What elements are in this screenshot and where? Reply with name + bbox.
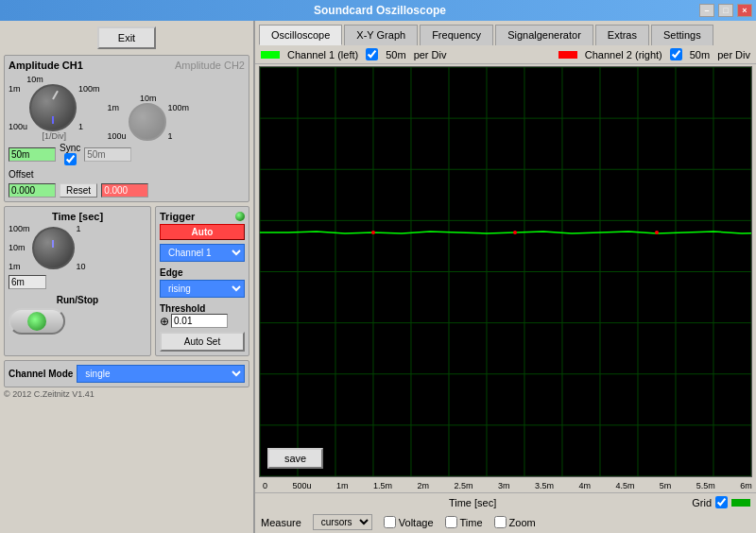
- sync-label: Sync: [60, 143, 80, 153]
- zoom-label: Zoom: [509, 517, 536, 528]
- time-input[interactable]: [9, 275, 46, 289]
- channel-mode-select[interactable]: single dual: [77, 365, 245, 383]
- window-title: Soundcard Oszilloscope: [314, 4, 446, 17]
- ch2-amplitude-knob-group: 10m 1m 100u 100m 1: [108, 94, 190, 141]
- time-tick-1.5m: 1.5m: [373, 481, 392, 490]
- time-measure-label: Time: [460, 517, 483, 528]
- svg-point-23: [371, 231, 375, 234]
- left-panel: Exit Amplitude CH1 Amplitude CH2 10m 1m …: [0, 21, 255, 533]
- ch1-amplitude-knob-group: 10m 1m 100u 100m 1: [9, 75, 100, 141]
- reset-button[interactable]: Reset: [60, 183, 97, 198]
- ch1-checkbox[interactable]: [366, 48, 378, 60]
- oscilloscope-display[interactable]: save: [259, 66, 752, 477]
- time-tick-4.5m: 4.5m: [615, 481, 634, 490]
- edge-label: Edge: [160, 267, 245, 278]
- offset-ch2-input[interactable]: [101, 183, 148, 198]
- tab-oscilloscope[interactable]: Oscilloscope: [259, 25, 342, 45]
- time-tick-5.5m: 5.5m: [696, 481, 715, 490]
- save-button[interactable]: save: [267, 448, 323, 469]
- sync-checkbox[interactable]: [64, 153, 77, 165]
- minimize-button[interactable]: –: [699, 4, 714, 17]
- measure-select[interactable]: cursors: [313, 514, 372, 530]
- amplitude-section: Amplitude CH1 Amplitude CH2 10m 1m 100u: [4, 55, 249, 202]
- right-panel: Oscilloscope X-Y Graph Frequency Signalg…: [255, 21, 756, 533]
- time-tick-5m: 5m: [660, 481, 672, 490]
- ch2-per-div-unit: per Div: [717, 49, 750, 60]
- zoom-checkbox[interactable]: [494, 516, 507, 528]
- trigger-channel-select[interactable]: Channel 1 Channel 2: [160, 244, 245, 262]
- time-right-label: 1: [77, 224, 86, 233]
- ch1-left-label: 1m: [9, 84, 27, 94]
- grid-label: Grid: [692, 497, 712, 508]
- measure-bar: Measure cursors Voltage Time Zoom: [255, 511, 756, 533]
- copyright-text: © 2012 C.Zeitnitz V1.41: [4, 389, 249, 399]
- time-top-label: 100m: [9, 224, 30, 233]
- ch2-label: Channel 2 (right): [585, 49, 662, 60]
- edge-select[interactable]: rising falling: [160, 280, 245, 298]
- run-stop-label: Run/Stop: [9, 295, 146, 305]
- grid-svg: [260, 67, 751, 476]
- time-right2-label: 10: [77, 262, 86, 271]
- ch1-amplitude-knob[interactable]: [29, 84, 77, 131]
- measure-label: Measure: [261, 517, 301, 528]
- trigger-mode-button[interactable]: Auto: [160, 224, 245, 240]
- time-axis-label: Time [sec]: [261, 497, 684, 508]
- time-tick-4m: 4m: [578, 481, 591, 490]
- offset-ch1-input[interactable]: [9, 183, 56, 198]
- ch1-top-label: 10m: [26, 75, 43, 84]
- time-checkbox[interactable]: [445, 516, 457, 528]
- trigger-title: Trigger: [160, 211, 195, 222]
- trigger-led: [235, 212, 245, 221]
- time-tick-1m: 1m: [336, 481, 349, 490]
- title-bar: Soundcard Oszilloscope – □ ×: [0, 0, 756, 21]
- ch2-left-label: 1m: [108, 103, 127, 112]
- time-tick-2m: 2m: [417, 481, 429, 490]
- div-label: [1/Div]: [43, 131, 67, 141]
- ch2-amplitude-input[interactable]: [84, 147, 131, 162]
- time-section: Time [sec] 100m 10m 1m 1 10: [4, 206, 151, 356]
- ch1-right2-label: 1: [78, 122, 100, 131]
- amplitude-ch1-label: Amplitude CH1: [9, 60, 83, 71]
- close-button[interactable]: ×: [737, 4, 752, 17]
- time-left-label: 10m: [9, 243, 30, 252]
- time-tick-500u: 500u: [292, 481, 311, 490]
- trigger-section: Trigger Auto Channel 1 Channel 2 Edge ri…: [155, 206, 249, 356]
- autoset-button[interactable]: Auto Set: [160, 332, 245, 352]
- tab-frequency[interactable]: Frequency: [420, 25, 493, 45]
- ch2-right-label: 100m: [168, 103, 190, 112]
- tab-extras[interactable]: Extras: [595, 25, 649, 45]
- time-bottom-label: 1m: [9, 262, 30, 271]
- tab-settings[interactable]: Settings: [651, 25, 713, 45]
- channel-mode-section: Channel Mode single dual: [4, 360, 249, 387]
- ch1-per-div: 50m: [386, 49, 405, 60]
- grid-color-indicator: [731, 499, 750, 507]
- ch2-amplitude-knob[interactable]: [129, 103, 166, 141]
- threshold-label: Threshold: [160, 303, 245, 314]
- time-section-title: Time [sec]: [9, 211, 146, 222]
- time-tick-0: 0: [263, 481, 267, 490]
- ch2-color-indicator: [558, 51, 577, 59]
- tab-signalgenerator[interactable]: Signalgenerator: [495, 25, 593, 45]
- threshold-input[interactable]: [171, 314, 228, 328]
- svg-point-24: [513, 231, 517, 234]
- ch1-per-div-unit: per Div: [414, 49, 447, 60]
- ch2-top-label: 10m: [140, 94, 157, 103]
- run-indicator: [27, 312, 46, 331]
- time-tick-6m: 6m: [740, 481, 752, 490]
- ch1-label: Channel 1 (left): [287, 49, 358, 60]
- ch1-amplitude-input[interactable]: [9, 147, 56, 162]
- ch2-bottom-label: 100u: [108, 131, 127, 141]
- ch1-bottom-label: 100u: [9, 122, 27, 131]
- time-knob[interactable]: [32, 227, 75, 269]
- ch2-per-div: 50m: [690, 49, 710, 60]
- tab-xy-graph[interactable]: X-Y Graph: [344, 25, 418, 45]
- channel-info-bar: Channel 1 (left) 50m per Div Channel 2 (…: [255, 45, 756, 64]
- ch2-checkbox[interactable]: [670, 48, 682, 60]
- run-stop-button[interactable]: [9, 308, 65, 335]
- exit-button[interactable]: Exit: [97, 26, 156, 49]
- voltage-checkbox[interactable]: [384, 516, 396, 528]
- grid-checkbox[interactable]: [715, 496, 728, 508]
- tab-bar: Oscilloscope X-Y Graph Frequency Signalg…: [255, 21, 756, 45]
- maximize-button[interactable]: □: [718, 4, 733, 17]
- ch1-color-indicator: [261, 51, 280, 59]
